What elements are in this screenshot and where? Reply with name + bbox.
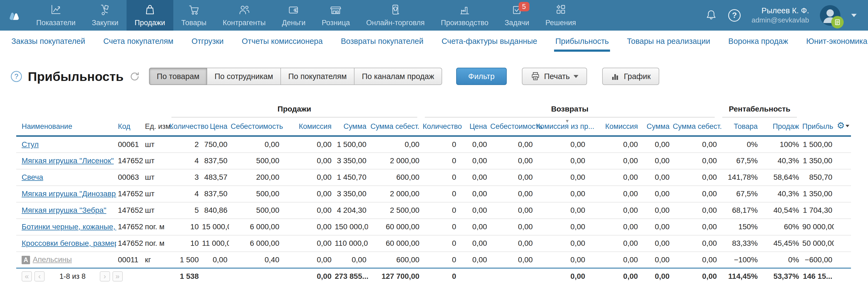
cell-spacer	[834, 186, 851, 202]
col-header-sales-cost-sum[interactable]: Сумма себест.	[368, 117, 421, 136]
col-header-sales-commission[interactable]: Комиссия	[281, 117, 333, 136]
cell-returns-price: 0,00	[458, 153, 489, 169]
tab-sales-funnel[interactable]: Воронка продаж	[728, 31, 788, 52]
cell-sales-cost-sum: 0,00	[368, 136, 421, 153]
table-row: Кроссовки беговые, размер М1476522пог. м…	[16, 235, 851, 252]
pager-last-button[interactable]: »	[113, 271, 123, 281]
nav-item-solutions[interactable]: Решения	[537, 0, 584, 31]
cell-sales-cost-sum: 2 500,00	[368, 202, 421, 219]
product-link[interactable]: Мягкая игрушка "Зебра"	[22, 206, 106, 214]
cell-spacer	[834, 235, 851, 252]
cell-sales-price: 15 000,00	[200, 219, 229, 235]
col-header-returns-commission[interactable]: Комиссия	[587, 117, 640, 136]
chart-button[interactable]: График	[602, 68, 659, 85]
refresh-icon[interactable]	[129, 71, 140, 82]
mode-by-goods-button[interactable]: По товарам	[149, 68, 208, 85]
tab-unit-economics[interactable]: Юнит-экономика	[806, 31, 867, 52]
product-link[interactable]: Свеча	[22, 173, 43, 181]
user-avatar[interactable]	[820, 5, 840, 26]
tab-customer-invoices[interactable]: Счета покупателям	[103, 31, 173, 52]
mode-by-customers-button[interactable]: По покупателям	[281, 68, 354, 85]
cell-profit: 850,70	[801, 169, 834, 186]
nav-item-indicators[interactable]: Показатели	[28, 0, 84, 31]
cell-returns-sum: 0,00	[640, 235, 671, 252]
product-link[interactable]: Стул	[22, 140, 39, 148]
nav-item-sales[interactable]: Продажи	[127, 0, 173, 31]
user-menu-caret-icon[interactable]	[851, 14, 857, 17]
col-header-sales-qty[interactable]: Количество	[168, 117, 200, 136]
cell-returns-cost-sum: 0,00	[671, 186, 718, 202]
product-link[interactable]: Мягкая игрушка "Динозаврик"	[22, 190, 116, 198]
col-header-profitability-goods[interactable]: Товара	[718, 117, 759, 136]
col-header-profitability-sales[interactable]: Продаж	[759, 117, 801, 136]
pager-next-button[interactable]: ›	[100, 271, 110, 281]
nav-item-money[interactable]: Деньги	[274, 0, 314, 31]
page-help-icon[interactable]: ?	[11, 71, 22, 82]
print-button[interactable]: Печать	[522, 68, 587, 85]
cell-sales-price: 483,57	[200, 169, 229, 186]
tab-commission-reports[interactable]: Отчеты комиссионера	[242, 31, 322, 52]
col-header-name[interactable]: Наименование	[16, 117, 116, 136]
col-header-sales-price[interactable]: Цена	[200, 117, 229, 136]
product-link[interactable]: Ботинки черные, кожаные, раз...	[22, 222, 116, 231]
help-icon[interactable]: ?	[728, 9, 741, 22]
tab-customer-orders[interactable]: Заказы покупателей	[11, 31, 85, 52]
col-header-returns-commission-from-profit[interactable]: Комиссия из пр...▼	[534, 117, 587, 136]
col-header-sales-sum[interactable]: Сумма	[333, 117, 368, 136]
product-link[interactable]: Апельсины	[33, 255, 72, 264]
col-header-column-settings[interactable]: ⚙	[834, 117, 851, 136]
col-header-code[interactable]: Код	[116, 117, 143, 136]
nav-item-production[interactable]: Производство	[433, 0, 496, 31]
cell-profitability-sales: 45,45%	[759, 235, 801, 252]
col-header-sales-cost[interactable]: Себестоимость	[229, 117, 281, 136]
col-header-profit[interactable]: Прибыль	[801, 117, 834, 136]
pager-first-button[interactable]: «	[22, 271, 32, 281]
col-header-returns-sum[interactable]: Сумма	[640, 117, 671, 136]
notifications-bell-icon[interactable]	[705, 9, 717, 22]
tab-profitability[interactable]: Прибыльность	[555, 31, 609, 52]
cell-sales-cost-sum: 60 000,00	[368, 235, 421, 252]
tab-consignment-goods[interactable]: Товары на реализации	[627, 31, 710, 52]
app-logo[interactable]	[0, 0, 28, 31]
filter-button[interactable]: Фильтр	[456, 68, 507, 85]
nav-item-retail[interactable]: Розница	[314, 0, 358, 31]
apps-gear-icon	[554, 3, 567, 16]
cell-returns-cost: 0,00	[489, 153, 534, 169]
cell-returns-sum: 0,00	[640, 136, 671, 153]
cell-profitability-goods: −100%	[718, 252, 759, 268]
nav-item-online-trade[interactable]: Онлайн-торговля	[358, 0, 433, 31]
column-settings-gear-icon[interactable]: ⚙	[837, 120, 845, 131]
tab-customer-returns[interactable]: Возвраты покупателей	[341, 31, 424, 52]
nav-item-label: Решения	[546, 19, 576, 27]
table-row: Ботинки черные, кожаные, раз...1476522по…	[16, 219, 851, 235]
cell-sales-commission: 0,00	[281, 202, 333, 219]
nav-item-contractors[interactable]: Контрагенты	[215, 0, 274, 31]
nav-item-tasks[interactable]: Задачи 5	[496, 0, 537, 31]
tab-shipments[interactable]: Отгрузки	[191, 31, 224, 52]
cell-spacer	[834, 136, 851, 153]
col-header-returns-price[interactable]: Цена	[458, 117, 489, 136]
nav-item-purchases[interactable]: Закупки	[84, 0, 126, 31]
table-row: Мягкая игрушка "Динозаврик"1476522шт4837…	[16, 186, 851, 202]
mode-by-employees-button[interactable]: По сотрудникам	[207, 68, 281, 85]
cell-code: 1476522	[116, 235, 143, 252]
tab-issued-invoices[interactable]: Счета-фактуры выданные	[441, 31, 537, 52]
nav-item-goods[interactable]: Товары	[173, 0, 215, 31]
col-header-returns-cost-sum[interactable]: Сумма себест.	[671, 117, 718, 136]
product-link[interactable]: Мягкая игрушка "Лисенок"	[22, 157, 114, 165]
table-row: ААпельсины00011кг1 5000,000,400,000,0060…	[16, 252, 851, 268]
nav-item-label: Деньги	[282, 19, 306, 27]
pager-cell: «‹1-8 из 8›»	[16, 268, 168, 284]
mode-by-channels-button[interactable]: По каналам продаж	[354, 68, 442, 85]
cell-profitability-sales: 0%	[759, 252, 801, 268]
cell-returns-commission: 0,00	[587, 186, 640, 202]
user-info[interactable]: Рылеев К. Ф. admin@sevkavlab	[751, 6, 809, 25]
cell-returns-cost-sum: 0,00	[671, 219, 718, 235]
col-header-returns-qty[interactable]: Количество	[421, 117, 458, 136]
pager-prev-button[interactable]: ‹	[34, 271, 44, 281]
col-header-returns-cost[interactable]: Себестоимость	[489, 117, 534, 136]
cell-name: Кроссовки беговые, размер М	[16, 235, 116, 252]
cell-returns-cost: 0,00	[489, 169, 534, 186]
cell-sales-cost-sum: 600,00	[368, 169, 421, 186]
product-link[interactable]: Кроссовки беговые, размер М	[22, 239, 116, 247]
